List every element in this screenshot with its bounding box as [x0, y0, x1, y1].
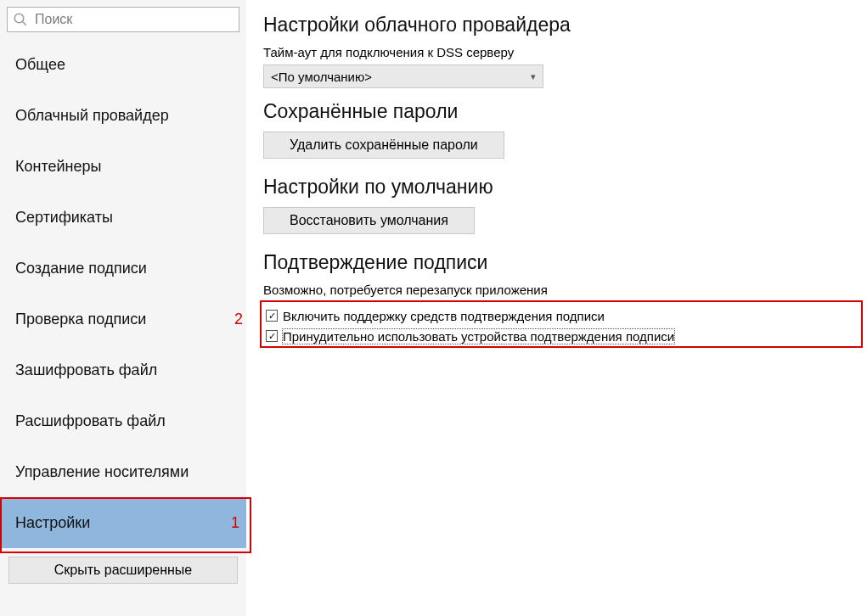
timeout-dropdown[interactable]: <По умолчанию> ▾	[263, 64, 543, 88]
nav-item-create-signature[interactable]: Создание подписи	[0, 243, 246, 294]
section-title-confirm: Подтверждение подписи	[263, 251, 850, 274]
section-title-defaults: Настройки по умолчанию	[263, 176, 850, 199]
annotation-number-1: 1	[231, 514, 239, 532]
nav-item-containers[interactable]: Контейнеры	[0, 141, 246, 192]
section-title-passwords: Сохранённые пароли	[263, 100, 850, 123]
confirm-options-block: 2 ✓ Включить поддержку средств подтвержд…	[263, 302, 850, 350]
nav-label: Настройки	[15, 514, 90, 532]
nav-item-cloud-provider[interactable]: Облачный провайдер	[0, 90, 246, 141]
nav-item-encrypt-file[interactable]: Зашифровать файл	[0, 344, 246, 395]
nav-item-general[interactable]: Общее	[0, 39, 246, 90]
restore-defaults-button[interactable]: Восстановить умолчания	[263, 207, 475, 234]
confirm-hint: Возможно, потребуется перезапуск приложе…	[263, 283, 850, 297]
chevron-down-icon: ▾	[531, 71, 536, 82]
checkbox-icon: ✓	[266, 330, 278, 342]
nav-label: Создание подписи	[15, 260, 147, 277]
svg-line-1	[22, 21, 26, 25]
nav-label: Зашифровать файл	[15, 361, 157, 379]
checkbox-row-force-device[interactable]: ✓ Принудительно использовать устройства …	[263, 326, 850, 346]
annotation-number-2: 2	[234, 311, 243, 328]
hide-advanced-button[interactable]: Скрыть расширенные	[8, 557, 238, 584]
nav-label: Облачный провайдер	[15, 107, 169, 125]
nav-list: Общее Облачный провайдер Контейнеры Серт…	[0, 39, 246, 548]
search-input-wrapper[interactable]	[7, 7, 239, 32]
nav-label: Общее	[15, 56, 65, 74]
checkbox-label: Принудительно использовать устройства по…	[283, 329, 674, 344]
checkbox-label: Включить поддержку средств подтверждения…	[283, 309, 605, 323]
nav-item-verify-signature[interactable]: Проверка подписи	[0, 294, 246, 344]
main-panel: Настройки облачного провайдера Тайм-аут …	[246, 0, 867, 616]
checkbox-row-enable-confirm[interactable]: ✓ Включить поддержку средств подтвержден…	[263, 305, 850, 326]
search-input[interactable]	[33, 11, 234, 28]
nav-label: Управление носителями	[15, 463, 189, 481]
nav-label: Проверка подписи	[15, 311, 146, 328]
nav-label: Контейнеры	[15, 158, 101, 176]
svg-point-0	[14, 14, 24, 23]
nav-label: Сертификаты	[15, 209, 113, 227]
nav-item-decrypt-file[interactable]: Расшифровать файл	[0, 395, 246, 446]
nav-item-settings[interactable]: Настройки 1	[0, 497, 246, 548]
delete-passwords-button[interactable]: Удалить сохранённые пароли	[263, 132, 504, 159]
nav-item-certificates[interactable]: Сертификаты	[0, 192, 246, 243]
search-icon	[13, 12, 28, 27]
section-title-cloud: Настройки облачного провайдера	[263, 14, 850, 36]
nav-label: Расшифровать файл	[15, 412, 166, 430]
timeout-label: Тайм-аут для подключения к DSS серверу	[263, 45, 850, 59]
sidebar: Общее Облачный провайдер Контейнеры Серт…	[0, 0, 246, 616]
nav-item-media-management[interactable]: Управление носителями	[0, 446, 246, 497]
checkbox-icon: ✓	[266, 310, 278, 322]
timeout-value: <По умолчанию>	[271, 70, 372, 84]
